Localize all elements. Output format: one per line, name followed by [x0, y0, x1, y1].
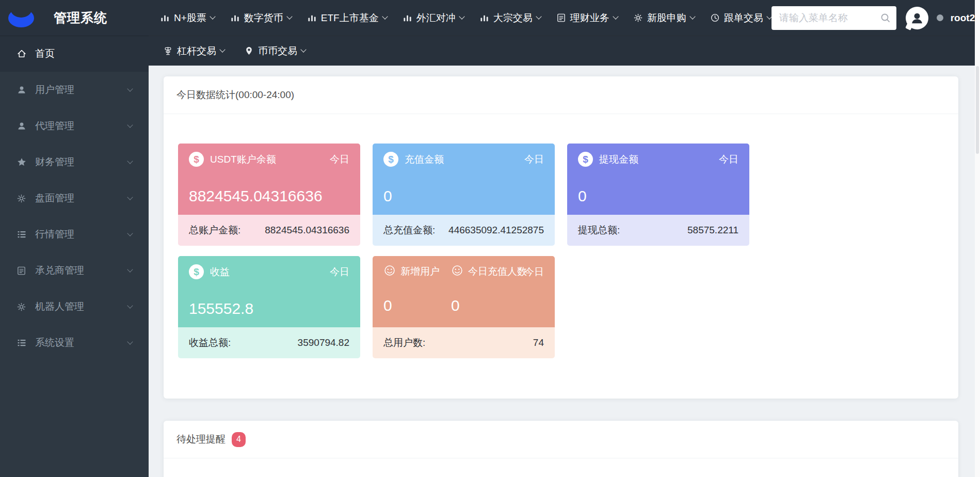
stat-card-body: $ 充值金额 今日 0 — [373, 144, 555, 215]
stat-card-tag: 今日 — [330, 265, 349, 279]
topnav-item-copy-trade[interactable]: 跟单交易 — [710, 11, 772, 25]
chevron-down-icon — [219, 46, 225, 52]
stat-card-label: 收益 — [210, 265, 230, 279]
status-dot-icon — [937, 14, 943, 21]
stat-card-users: 今日 新增用户 0 今日充值人数 0 — [373, 256, 555, 358]
dollar-icon: $ — [189, 264, 204, 279]
sidebar: 首页 用户管理 代理管理 财务管理 盘面管理 行情管理 承兑商管理 机器人管理 — [0, 36, 149, 477]
sidebar-item-label: 首页 — [35, 47, 133, 60]
user-avatar[interactable] — [906, 7, 928, 29]
stats-panel-header: 今日数据统计(00:00-24:00) — [164, 76, 958, 114]
subnav-item-coin-trade[interactable]: 币币交易 — [244, 44, 306, 58]
subnav-item-label: 杠杆交易 — [177, 44, 216, 58]
pending-count-badge: 4 — [232, 432, 246, 447]
stat-card-label: 提现金额 — [599, 153, 638, 166]
sidebar-item-finance[interactable]: 财务管理 — [0, 144, 149, 180]
stat-card-footer-label: 提现总额: — [578, 224, 620, 237]
stat-card-group: 新增用户 0 — [383, 264, 440, 320]
clock-icon — [710, 13, 720, 23]
chevron-down-icon — [210, 13, 215, 19]
chevron-down-icon — [127, 266, 133, 272]
chevron-down-icon — [459, 13, 464, 19]
chevron-down-icon — [689, 13, 695, 19]
stat-card-label: 今日充值人数 — [468, 265, 527, 278]
stat-card-footer: 提现总额: 58575.2211 — [567, 215, 749, 246]
stat-card-tag: 今日 — [719, 153, 738, 166]
topnav-item-label: 外汇对冲 — [416, 11, 456, 25]
stat-card-value: 8824545.04316636 — [189, 188, 349, 204]
sidebar-item-quotes[interactable]: 行情管理 — [0, 216, 149, 252]
smiley-icon — [383, 264, 396, 279]
sidebar-item-label: 代理管理 — [35, 119, 128, 133]
stat-card-group: 今日充值人数 0 — [451, 264, 527, 320]
stat-card-footer: 总用户数: 74 — [373, 327, 555, 358]
scrollbar-thumb[interactable] — [976, 66, 979, 154]
top-nav: N+股票 数字货币 ETF上市基金 外汇对冲 大宗交易 理财业务 新股申购 跟单… — [160, 11, 772, 25]
gear-icon — [15, 302, 27, 312]
chevron-down-icon — [127, 303, 133, 308]
username[interactable]: root2 — [951, 12, 975, 24]
stats-panel-title: 今日数据统计(00:00-24:00) — [176, 88, 294, 102]
topnav-item-forex[interactable]: 外汇对冲 — [403, 11, 464, 25]
sidebar-item-users[interactable]: 用户管理 — [0, 72, 149, 108]
sidebar-item-label: 机器人管理 — [35, 300, 128, 313]
topnav-item-etf[interactable]: ETF上市基金 — [307, 11, 387, 25]
brand-logo-icon — [8, 9, 34, 27]
stat-card-footer-label: 总账户金额: — [189, 224, 240, 237]
stat-card-label: USDT账户余额 — [210, 153, 276, 166]
topnav-item-label: 理财业务 — [570, 11, 609, 25]
stat-card-recharge: $ 充值金额 今日 0 总充值金额: 446635092.41252875 — [373, 144, 555, 246]
sidebar-item-label: 盘面管理 — [35, 192, 128, 205]
chevron-down-icon — [382, 13, 388, 19]
stat-card-withdraw: $ 提现金额 今日 0 提现总额: 58575.2211 — [567, 144, 749, 246]
sidebar-item-label: 财务管理 — [35, 155, 128, 169]
brand-title: 管理系统 — [54, 9, 107, 26]
gear-icon — [633, 13, 643, 23]
bar-chart-icon — [403, 13, 412, 23]
search-input[interactable] — [772, 6, 896, 30]
topnav-item-label: N+股票 — [174, 11, 206, 25]
sidebar-item-label: 承兑商管理 — [35, 264, 128, 277]
user-icon — [15, 121, 27, 131]
document-icon — [15, 266, 27, 276]
stat-card-profit: $ 收益 今日 155552.8 收益总额: 3590794.82 — [178, 256, 360, 358]
pending-panel-body — [164, 458, 958, 477]
topnav-item-n-stocks[interactable]: N+股票 — [160, 11, 215, 25]
main-content: 今日数据统计(00:00-24:00) $ USDT账户余额 今日 882454… — [149, 66, 975, 477]
topbar-right: root2 — [772, 6, 980, 30]
brand: 管理系统 — [0, 9, 149, 27]
map-pin-icon — [244, 46, 254, 56]
stat-card-label: 充值金额 — [405, 153, 444, 166]
stat-card-body: $ 收益 今日 155552.8 — [178, 256, 360, 327]
sidebar-item-settings[interactable]: 系统设置 — [0, 325, 149, 361]
document-icon — [556, 13, 566, 23]
stat-card-footer-label: 收益总额: — [189, 336, 231, 349]
stat-card-footer-label: 总充值金额: — [383, 224, 435, 237]
stat-card-footer-value: 446635092.41252875 — [448, 225, 544, 236]
chevron-down-icon — [300, 46, 306, 52]
sidebar-item-agents[interactable]: 代理管理 — [0, 108, 149, 144]
chevron-down-icon — [127, 158, 133, 164]
stat-card-footer: 总充值金额: 446635092.41252875 — [373, 215, 555, 246]
search-icon[interactable] — [880, 12, 891, 24]
menu-search — [772, 6, 896, 30]
sidebar-item-robots[interactable]: 机器人管理 — [0, 289, 149, 325]
stat-card-value: 0 — [578, 188, 738, 204]
dollar-icon: $ — [383, 152, 398, 167]
topnav-item-wealth[interactable]: 理财业务 — [556, 11, 618, 25]
pending-panel-header: 待处理提醒 4 — [164, 421, 958, 458]
chevron-down-icon — [536, 13, 541, 19]
subnav-item-margin-trade[interactable]: 杠杆交易 — [163, 44, 224, 58]
sidebar-item-home[interactable]: 首页 — [0, 36, 149, 72]
scrollbar[interactable] — [975, 0, 980, 477]
stat-card-tag: 今日 — [524, 153, 544, 166]
sidebar-item-market-board[interactable]: 盘面管理 — [0, 180, 149, 216]
sidebar-item-acceptors[interactable]: 承兑商管理 — [0, 252, 149, 289]
topnav-item-crypto[interactable]: 数字货币 — [230, 11, 292, 25]
stat-card-footer-value: 58575.2211 — [687, 225, 738, 236]
stat-card-body: $ 提现金额 今日 0 — [567, 144, 749, 215]
stat-card-tag: 今日 — [524, 265, 544, 279]
topnav-item-block-trade[interactable]: 大宗交易 — [479, 11, 541, 25]
chevron-down-icon — [127, 339, 133, 344]
topnav-item-ipo[interactable]: 新股申购 — [633, 11, 695, 25]
